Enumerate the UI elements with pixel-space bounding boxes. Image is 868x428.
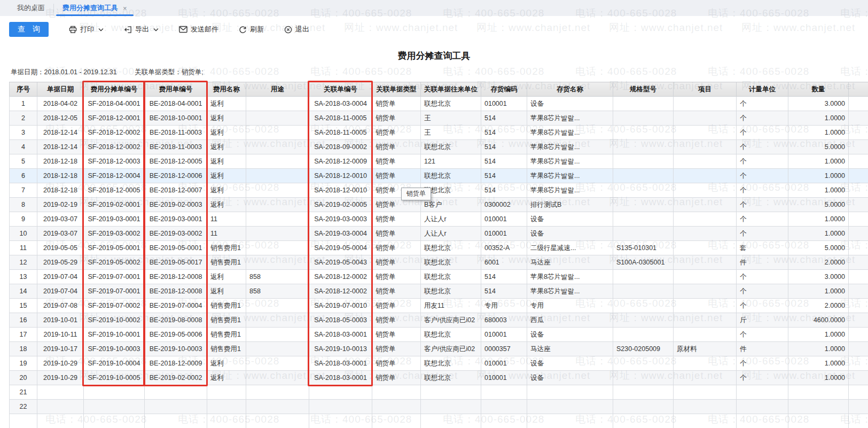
cell-expense-alloc-no[interactable]: SF-2019-10-0003 bbox=[84, 342, 145, 356]
table-row[interactable]: 21 bbox=[10, 385, 868, 400]
column-header-expense-alloc-no[interactable]: 费用分摊单编号 bbox=[84, 82, 145, 97]
tab-close-icon[interactable]: × bbox=[123, 4, 127, 12]
column-header-purpose[interactable]: 用途 bbox=[246, 82, 309, 97]
table-row[interactable]: 102019-03-07SF-2019-03-0002BE-2019-03-00… bbox=[10, 227, 868, 241]
cell-expense-alloc-no[interactable]: SF-2018-12-0002 bbox=[84, 140, 145, 154]
cell-expense-no[interactable]: BE-2019-02-0002 bbox=[145, 371, 207, 385]
table-row[interactable]: 132019-07-04SF-2019-07-0001BE-2018-12-00… bbox=[10, 270, 868, 284]
cell-expense-no[interactable]: BE-2018-12-0009 bbox=[145, 356, 207, 371]
cell-expense-no[interactable]: BE-2019-03-0001 bbox=[145, 212, 207, 227]
cell-expense-alloc-no[interactable]: SF-2019-05-0001 bbox=[84, 241, 145, 255]
print-button[interactable]: 打印 bbox=[69, 25, 104, 34]
column-header-expense-no[interactable]: 费用单编号 bbox=[145, 82, 207, 97]
column-header-doc-date[interactable]: 单据日期 bbox=[37, 82, 84, 97]
cell-expense-alloc-no[interactable]: SF-2019-07-0001 bbox=[84, 284, 145, 299]
cell-related-no[interactable]: SA-2019-05-0043 bbox=[309, 255, 372, 270]
cell-expense-alloc-no[interactable]: SF-2019-03-0001 bbox=[84, 212, 145, 227]
cell-expense-alloc-no[interactable]: SF-2019-10-0001 bbox=[84, 328, 145, 342]
cell-related-no[interactable]: SA-2019-02-0005 bbox=[309, 198, 372, 212]
column-header-quantity[interactable]: 数量 bbox=[788, 82, 849, 97]
column-header-spec-model[interactable]: 规格型号 bbox=[613, 82, 674, 97]
tab-my-desktop[interactable]: 我的桌面 bbox=[10, 0, 52, 16]
cell-expense-no[interactable]: BE-2018-12-0005 bbox=[145, 154, 207, 169]
query-button[interactable]: 查 询 bbox=[9, 22, 49, 37]
column-header-inventory-name[interactable]: 存货名称 bbox=[527, 82, 613, 97]
table-row[interactable] bbox=[10, 414, 868, 428]
export-button[interactable]: 导出 bbox=[124, 25, 159, 34]
cell-expense-alloc-no[interactable]: SF-2018-12-0005 bbox=[84, 183, 145, 198]
cell-related-no[interactable]: SA-2018-12-0010 bbox=[309, 183, 372, 198]
table-row[interactable]: 172019-10-11SF-2019-10-0001BE-2019-05-00… bbox=[10, 328, 868, 342]
column-header-blank[interactable] bbox=[849, 82, 868, 97]
tab-expense-allocation-query[interactable]: 费用分摊查询工具 × bbox=[55, 0, 135, 16]
cell-expense-no[interactable]: BE-2019-08-0008 bbox=[145, 313, 207, 328]
cell-expense-alloc-no[interactable]: SF-2018-04-0001 bbox=[84, 97, 145, 111]
table-row[interactable]: 72018-12-18SF-2018-12-0005BE-2018-12-000… bbox=[10, 183, 868, 198]
table-row[interactable]: 162019-10-01SF-2019-10-0002BE-2019-08-00… bbox=[10, 313, 868, 328]
cell-expense-alloc-no[interactable]: SF-2019-03-0002 bbox=[84, 227, 145, 241]
cell-expense-no[interactable]: BE-2018-12-0007 bbox=[145, 183, 207, 198]
cell-related-no[interactable]: SA-2018-03-0001 bbox=[309, 328, 372, 342]
table-row[interactable]: 22 bbox=[10, 400, 868, 414]
cell-expense-no[interactable]: BE-2019-03-0002 bbox=[145, 227, 207, 241]
table-row[interactable]: 52018-12-18SF-2018-12-0003BE-2018-12-000… bbox=[10, 154, 868, 169]
cell-expense-no[interactable]: BE-2019-05-0006 bbox=[145, 328, 207, 342]
table-row[interactable]: 122019-05-29SF-2019-05-0002BE-2019-05-00… bbox=[10, 255, 868, 270]
table-row[interactable]: 92019-03-07SF-2019-03-0001BE-2019-03-000… bbox=[10, 212, 868, 227]
cell-expense-no[interactable]: BE-2018-12-0006 bbox=[145, 169, 207, 183]
table-row[interactable]: 182019-10-17SF-2019-10-0003BE-2019-10-00… bbox=[10, 342, 868, 356]
cell-expense-no[interactable]: BE-2018-11-0003 bbox=[145, 140, 207, 154]
cell-expense-no[interactable]: BE-2019-07-0004 bbox=[145, 299, 207, 313]
cell-expense-no[interactable]: BE-2019-02-0003 bbox=[145, 198, 207, 212]
cell-expense-alloc-no[interactable]: SF-2019-02-0001 bbox=[84, 198, 145, 212]
cell-expense-alloc-no[interactable]: SF-2018-12-0001 bbox=[84, 111, 145, 126]
cell-related-no[interactable]: SA-2018-12-0002 bbox=[309, 284, 372, 299]
cell-related-no[interactable]: SA-2019-07-0010 bbox=[309, 299, 372, 313]
column-header-project[interactable]: 项目 bbox=[674, 82, 737, 97]
cell-expense-alloc-no[interactable]: SF-2019-10-0002 bbox=[84, 313, 145, 328]
cell-expense-alloc-no[interactable]: SF-2018-12-0004 bbox=[84, 169, 145, 183]
column-header-related-type[interactable]: 关联单据类型 bbox=[372, 82, 421, 97]
table-row[interactable]: 152019-07-08SF-2019-07-0002BE-2019-07-00… bbox=[10, 299, 868, 313]
cell-expense-no[interactable]: BE-2019-05-0001 bbox=[145, 241, 207, 255]
table-row[interactable]: 202019-10-29SF-2019-10-0005BE-2019-02-00… bbox=[10, 371, 868, 385]
table-row[interactable]: 42018-12-14SF-2018-12-0002BE-2018-11-000… bbox=[10, 140, 868, 154]
cell-related-no[interactable]: SA-2018-11-0005 bbox=[309, 126, 372, 140]
cell-related-no[interactable]: SA-2018-03-0001 bbox=[309, 371, 372, 385]
table-row[interactable]: 12018-04-02SF-2018-04-0001BE-2018-04-000… bbox=[10, 97, 868, 111]
column-header-expense-name[interactable]: 费用名称 bbox=[207, 82, 246, 97]
column-header-related-no[interactable]: 关联单编号 bbox=[309, 82, 372, 97]
table-row[interactable]: 32018-12-14SF-2018-12-0002BE-2018-11-000… bbox=[10, 126, 868, 140]
cell-expense-alloc-no[interactable]: SF-2019-07-0001 bbox=[84, 270, 145, 284]
cell-expense-alloc-no[interactable]: SF-2018-12-0002 bbox=[84, 126, 145, 140]
cell-expense-no[interactable]: BE-2018-12-0008 bbox=[145, 270, 207, 284]
column-header-inventory-code[interactable]: 存货编码 bbox=[481, 82, 527, 97]
cell-expense-alloc-no[interactable]: SF-2019-10-0005 bbox=[84, 371, 145, 385]
cell-related-no[interactable]: SA-2018-03-0004 bbox=[309, 97, 372, 111]
column-header-seq[interactable]: 序号 bbox=[10, 82, 37, 97]
send-email-button[interactable]: 发送邮件 bbox=[179, 25, 218, 34]
cell-related-no[interactable]: SA-2019-03-0003 bbox=[309, 212, 372, 227]
cell-related-no[interactable]: SA-2018-12-0002 bbox=[309, 270, 372, 284]
cell-expense-alloc-no[interactable]: SF-2019-10-0004 bbox=[84, 356, 145, 371]
cell-related-no[interactable]: SA-2018-05-0003 bbox=[309, 313, 372, 328]
column-header-related-partner[interactable]: 关联单据往来单位 bbox=[421, 82, 481, 97]
column-header-unit[interactable]: 计量单位 bbox=[737, 82, 788, 97]
cell-related-no[interactable]: SA-2018-09-0002 bbox=[309, 140, 372, 154]
table-row[interactable]: 62018-12-18SF-2018-12-0004BE-2018-12-000… bbox=[10, 169, 868, 183]
exit-button[interactable]: 退出 bbox=[284, 25, 309, 34]
cell-related-no[interactable]: SA-2018-12-0010 bbox=[309, 169, 372, 183]
table-row[interactable]: 112019-05-05SF-2019-05-0001BE-2019-05-00… bbox=[10, 241, 868, 255]
cell-related-no[interactable]: SA-2019-05-0004 bbox=[309, 241, 372, 255]
cell-related-no[interactable]: SA-2019-10-0013 bbox=[309, 342, 372, 356]
cell-expense-alloc-no[interactable]: SF-2019-05-0002 bbox=[84, 255, 145, 270]
refresh-button[interactable]: 刷新 bbox=[239, 25, 264, 34]
cell-expense-no[interactable]: BE-2018-10-0001 bbox=[145, 111, 207, 126]
cell-expense-no[interactable]: BE-2018-04-0001 bbox=[145, 97, 207, 111]
cell-expense-no[interactable]: BE-2019-10-0003 bbox=[145, 342, 207, 356]
table-row[interactable]: 22018-12-05SF-2018-12-0001BE-2018-10-000… bbox=[10, 111, 868, 126]
cell-related-no[interactable]: SA-2019-03-0004 bbox=[309, 227, 372, 241]
cell-related-no[interactable]: SA-2018-03-0001 bbox=[309, 356, 372, 371]
cell-expense-no[interactable]: BE-2019-05-0017 bbox=[145, 255, 207, 270]
cell-expense-no[interactable]: BE-2018-12-0008 bbox=[145, 284, 207, 299]
